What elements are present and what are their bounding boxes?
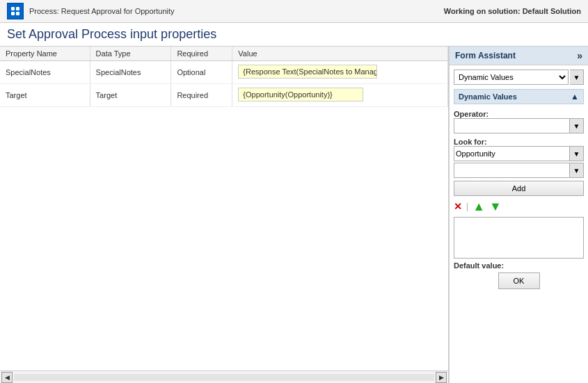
table-row: Target Target Required {Opportunity(Oppo… — [0, 84, 448, 107]
data-type-cell: SpecialNotes — [90, 61, 171, 84]
breadcrumb: Process: Request Approval for Opportunit… — [29, 7, 175, 15]
move-down-icon[interactable]: ▼ — [489, 200, 502, 213]
form-assistant-header: Form Assistant » — [450, 47, 588, 65]
look-for-sub-dropdown-arrow[interactable]: ▼ — [570, 163, 584, 178]
svg-rect-3 — [16, 12, 19, 15]
dynamic-values-section-body: Operator: ▼ Look for: ▼ ▼ — [454, 108, 584, 289]
operator-input[interactable] — [454, 118, 570, 133]
solution-label: Working on solution: Default Solution — [444, 7, 581, 15]
look-for-dropdown-arrow[interactable]: ▼ — [570, 146, 584, 161]
property-name-cell: Target — [0, 84, 90, 107]
properties-spacer — [0, 107, 448, 370]
svg-rect-1 — [16, 7, 19, 10]
collapse-button[interactable]: ▲ — [571, 92, 579, 101]
fa-toolbar: ✕ | ▲ ▼ — [454, 199, 584, 214]
process-icon — [7, 3, 24, 19]
scroll-left-button[interactable]: ◀ — [1, 372, 13, 383]
page-title-area: Set Approval Process input properties — [0, 23, 588, 47]
look-for-input[interactable] — [454, 146, 570, 161]
col-header-required: Required — [171, 47, 232, 61]
delete-icon[interactable]: ✕ — [454, 201, 462, 212]
dynamic-values-select[interactable]: Dynamic Values — [454, 70, 569, 85]
page-title: Set Approval Process input properties — [7, 27, 216, 41]
move-up-icon[interactable]: ▲ — [472, 200, 485, 213]
form-assistant-body: Dynamic Values ▼ Dynamic Values ▲ Operat… — [450, 65, 588, 383]
scroll-right-button[interactable]: ▶ — [436, 372, 447, 383]
scroll-track[interactable] — [14, 374, 434, 381]
look-for-sub-input[interactable] — [454, 163, 570, 178]
dynamic-values-dropdown-row: Dynamic Values ▼ — [454, 70, 584, 85]
svg-rect-0 — [11, 7, 15, 10]
main-content: Property Name Data Type Required Value S… — [0, 47, 588, 383]
value-cell[interactable]: {Opportunity(Opportunity)} — [232, 84, 448, 107]
col-header-datatype: Data Type — [90, 47, 171, 61]
dynamic-values-section-title: Dynamic Values — [459, 92, 517, 101]
operator-dropdown-arrow[interactable]: ▼ — [570, 118, 584, 133]
scroll-bar-area: ◀ ▶ — [0, 370, 448, 383]
value-cell[interactable]: {Response Text(SpecialNotes to Manage — [232, 61, 448, 84]
operator-input-row: ▼ — [454, 118, 584, 133]
look-for-label: Look for: — [454, 138, 584, 146]
toolbar-separator: | — [466, 202, 468, 211]
dynamic-values-section-header: Dynamic Values ▲ — [454, 89, 584, 104]
top-bar: Process: Request Approval for Opportunit… — [0, 0, 588, 23]
data-type-cell: Target — [90, 84, 171, 107]
dynamic-values-dropdown-arrow[interactable]: ▼ — [570, 70, 584, 85]
operator-group: Operator: ▼ — [454, 108, 584, 133]
form-assistant-expand-button[interactable]: » — [577, 50, 582, 61]
value-textarea[interactable] — [454, 217, 584, 259]
look-for-input-row: ▼ — [454, 146, 584, 161]
operator-label: Operator: — [454, 110, 584, 118]
form-assistant-title: Form Assistant — [455, 51, 516, 60]
property-name-cell: SpecialNotes — [0, 61, 90, 84]
ok-button[interactable]: OK — [498, 272, 540, 289]
look-for-sub-input-row: ▼ — [454, 163, 584, 178]
default-value-label: Default value: — [454, 261, 584, 270]
add-button[interactable]: Add — [454, 181, 584, 196]
properties-table: Property Name Data Type Required Value S… — [0, 47, 448, 107]
required-cell: Optional — [171, 61, 232, 84]
value-input-1[interactable]: {Response Text(SpecialNotes to Manage — [238, 65, 377, 79]
col-header-property: Property Name — [0, 47, 90, 61]
svg-rect-2 — [11, 12, 15, 15]
required-cell: Required — [171, 84, 232, 107]
look-for-group: Look for: ▼ ▼ — [454, 136, 584, 178]
form-assistant-panel: Form Assistant » Dynamic Values ▼ Dynami… — [449, 47, 588, 383]
properties-panel: Property Name Data Type Required Value S… — [0, 47, 449, 383]
col-header-value: Value — [232, 47, 448, 61]
value-input-2[interactable]: {Opportunity(Opportunity)} — [238, 88, 363, 101]
table-row: SpecialNotes SpecialNotes Optional {Resp… — [0, 61, 448, 84]
